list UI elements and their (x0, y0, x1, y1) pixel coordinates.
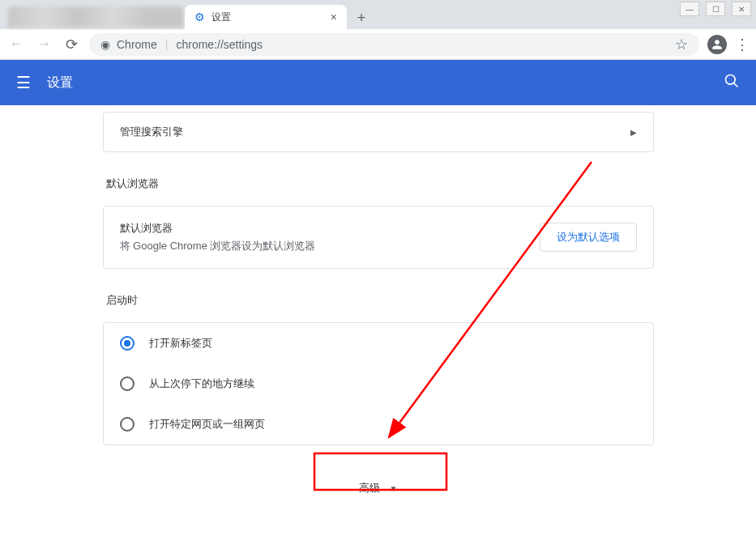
startup-option-specific-pages[interactable]: 打开特定网页或一组网页 (104, 404, 653, 444)
advanced-toggle[interactable]: 高级 ▼ (340, 473, 417, 504)
manage-search-engines-row[interactable]: 管理搜索引擎 ▶ (103, 112, 654, 152)
back-button[interactable]: ← (6, 36, 26, 53)
default-browser-card: 默认浏览器 将 Google Chrome 浏览器设为默认浏览器 设为默认选项 (103, 206, 654, 269)
address-bar[interactable]: ◉ Chrome | chrome://settings ☆ (89, 33, 699, 56)
new-tab-button[interactable]: + (350, 6, 373, 29)
svg-line-1 (734, 83, 738, 87)
startup-option-new-tab[interactable]: 打开新标签页 (104, 323, 653, 364)
gear-icon: ⚙ (194, 11, 205, 23)
page-title: 设置 (47, 74, 73, 91)
radio-icon (120, 336, 135, 351)
site-label: Chrome (117, 38, 157, 51)
tab-bar: ⚙ 设置 × + (0, 0, 756, 29)
browser-tab-inactive[interactable] (6, 5, 185, 29)
svg-point-0 (726, 74, 736, 84)
hamburger-menu-icon[interactable]: ☰ (16, 73, 31, 92)
settings-header: ☰ 设置 (0, 60, 756, 105)
chrome-icon: ◉ (100, 38, 110, 51)
advanced-label: 高级 (359, 481, 380, 495)
window-minimize-button[interactable]: — (680, 2, 699, 16)
person-icon (711, 39, 723, 50)
close-tab-icon[interactable]: × (331, 11, 337, 23)
startup-card: 打开新标签页 从上次停下的地方继续 打开特定网页或一组网页 (103, 322, 654, 445)
browser-tab-settings[interactable]: ⚙ 设置 × (185, 5, 347, 29)
settings-content[interactable]: 管理搜索引擎 ▶ 默认浏览器 默认浏览器 将 Google Chrome 浏览器… (0, 105, 756, 540)
tab-title: 设置 (211, 11, 231, 24)
startup-section-title: 启动时 (106, 293, 654, 308)
separator: | (165, 38, 169, 51)
set-default-button[interactable]: 设为默认选项 (540, 223, 637, 252)
radio-icon (120, 376, 135, 391)
browser-toolbar: ← → ⟳ ◉ Chrome | chrome://settings ☆ ⋮ (0, 29, 756, 60)
caret-down-icon: ▼ (390, 484, 398, 493)
radio-label: 打开特定网页或一组网页 (149, 417, 265, 432)
plus-icon: + (357, 10, 366, 27)
manage-search-engines-label: 管理搜索引擎 (120, 125, 183, 139)
window-maximize-button[interactable]: ☐ (706, 2, 725, 16)
chevron-right-icon: ▶ (630, 128, 637, 137)
radio-icon (120, 417, 135, 432)
forward-button[interactable]: → (34, 36, 53, 53)
default-browser-section-title: 默认浏览器 (106, 176, 654, 191)
radio-label: 打开新标签页 (149, 336, 212, 351)
more-menu-icon[interactable]: ⋮ (735, 36, 750, 53)
bookmark-star-icon[interactable]: ☆ (675, 36, 688, 53)
default-browser-title: 默认浏览器 (120, 221, 316, 236)
window-close-button[interactable]: ✕ (732, 2, 751, 16)
reload-button[interactable]: ⟳ (62, 36, 81, 53)
profile-avatar[interactable] (707, 35, 727, 54)
url-text: chrome://settings (176, 38, 263, 51)
default-browser-subtitle: 将 Google Chrome 浏览器设为默认浏览器 (120, 239, 316, 253)
radio-label: 从上次停下的地方继续 (149, 376, 254, 391)
startup-option-continue[interactable]: 从上次停下的地方继续 (104, 364, 653, 404)
search-icon[interactable] (724, 73, 740, 93)
